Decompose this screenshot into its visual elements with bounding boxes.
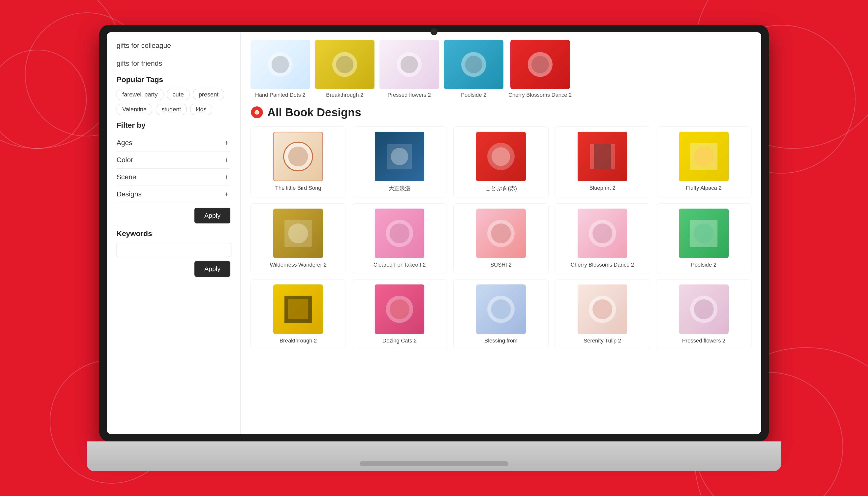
top-preview-pressed-flowers[interactable]: Pressed flowers 2	[379, 40, 439, 98]
top-preview-label-cherry: Cherry Blossoms Dance 2	[508, 92, 572, 98]
design-thumbnail-breakthrough	[273, 284, 323, 334]
keywords-title: Keywords	[117, 229, 230, 238]
tags-grid: farewell party cute present Valentine st…	[117, 89, 230, 115]
design-card-poolside[interactable]: Poolside 2	[656, 203, 751, 273]
design-name-dozing-cats: Dozing Cats 2	[383, 338, 417, 344]
section-header-title: All Book Designs	[267, 106, 361, 119]
design-name-kotobuki: ことぶき(赤)	[485, 185, 517, 192]
filter-ages-icon: +	[222, 139, 230, 147]
design-name-pressed-flowers: Pressed flowers 2	[682, 338, 725, 344]
main-content: Hand Painted Dots 2 Breakthrough 2 Press…	[241, 32, 761, 434]
design-thumbnail-serenity-tulip	[578, 284, 627, 334]
design-card-cherry-blossoms[interactable]: Cherry Blossoms Dance 2	[555, 203, 650, 273]
filter-apply-button[interactable]: Apply	[195, 208, 230, 223]
filter-designs-label: Designs	[117, 190, 142, 198]
design-grid-row1: The little Bird Song 大正浪漫	[250, 126, 751, 197]
design-thumbnail-dozing-cats	[375, 284, 424, 334]
top-preview-card-breakthrough	[315, 40, 374, 89]
filter-color-icon: +	[222, 156, 230, 164]
filter-title: Filter by	[117, 121, 230, 129]
design-name-cleared: Cleared For Takeoff 2	[373, 262, 426, 268]
filter-scene[interactable]: Scene +	[117, 169, 230, 186]
filter-ages-label: Ages	[117, 139, 133, 147]
laptop-screen: gifts for colleague gifts for friends Po…	[107, 32, 761, 434]
laptop-camera	[431, 28, 437, 35]
design-name-taisho: 大正浪漫	[389, 185, 410, 192]
top-preview-cherry[interactable]: Cherry Blossoms Dance 2	[508, 40, 572, 98]
top-preview-hand-painted[interactable]: Hand Painted Dots 2	[250, 40, 310, 98]
popular-tags-title: Popular Tags	[117, 75, 230, 84]
top-preview-label-hand-painted: Hand Painted Dots 2	[255, 92, 305, 98]
design-name-blueprint-2: Blueprint 2	[589, 185, 615, 191]
design-thumbnail-kotobuki	[476, 132, 526, 181]
top-preview-card-pressed-flowers	[379, 40, 439, 89]
top-preview-label-pressed-flowers: Pressed flowers 2	[388, 92, 431, 98]
design-thumbnail-blueprint-2	[578, 132, 627, 181]
design-card-cleared[interactable]: Cleared For Takeoff 2	[352, 203, 447, 273]
design-thumbnail-blessing	[476, 284, 526, 334]
top-preview-card-hand-painted	[250, 40, 310, 89]
top-preview-label-poolside: Poolside 2	[461, 92, 486, 98]
tag-valentine[interactable]: Valentine	[117, 104, 152, 115]
top-preview-card-poolside	[444, 40, 503, 89]
popular-tags-section: Popular Tags farewell party cute present…	[117, 75, 230, 115]
sidebar-nav-gifts-friends[interactable]: gifts for friends	[117, 58, 230, 69]
tag-kids[interactable]: kids	[190, 104, 212, 115]
design-name-sushi: SUSHI 2	[490, 262, 512, 268]
top-previews-row: Hand Painted Dots 2 Breakthrough 2 Press…	[250, 40, 751, 98]
top-preview-label-breakthrough: Breakthrough 2	[326, 92, 363, 98]
laptop-base	[87, 441, 781, 471]
filter-color[interactable]: Color +	[117, 152, 230, 169]
design-thumbnail-cleared	[375, 208, 424, 258]
design-name-fluffy-alpaca-2: Fluffy Alpaca 2	[686, 185, 722, 191]
top-preview-poolside[interactable]: Poolside 2	[444, 40, 503, 98]
design-grid-row3: Breakthrough 2 Dozing Cats 2	[250, 279, 751, 349]
all-designs-header: All Book Designs	[250, 106, 751, 119]
top-preview-card-cherry	[510, 40, 570, 89]
design-thumbnail-poolside	[679, 208, 729, 258]
design-card-sushi[interactable]: SUSHI 2	[453, 203, 549, 273]
sidebar-nav-gifts-colleague[interactable]: gifts for colleague	[117, 40, 230, 51]
filter-ages[interactable]: Ages +	[117, 135, 230, 152]
design-card-serenity-tulip[interactable]: Serenity Tulip 2	[555, 279, 650, 349]
sidebar: gifts for colleague gifts for friends Po…	[107, 32, 241, 434]
filter-section: Filter by Ages + Color + Scene +	[117, 121, 230, 223]
tag-cute[interactable]: cute	[167, 89, 189, 100]
keywords-input[interactable]	[117, 243, 230, 257]
design-card-kotobuki[interactable]: ことぶき(赤)	[453, 126, 549, 197]
design-card-wilderness[interactable]: Wilderness Wanderer 2	[250, 203, 346, 273]
design-grid-row2: Wilderness Wanderer 2 Cleared For Takeof…	[250, 203, 751, 273]
design-thumbnail-fluffy-alpaca-2	[679, 132, 729, 181]
design-card-fluffy-alpaca-2[interactable]: Fluffy Alpaca 2	[656, 126, 751, 197]
design-thumbnail-wilderness	[273, 208, 323, 258]
filter-designs-icon: +	[222, 190, 230, 198]
filter-scene-icon: +	[222, 173, 230, 181]
tag-present[interactable]: present	[193, 89, 224, 100]
design-card-blessing[interactable]: Blessing from	[453, 279, 549, 349]
design-card-taisho[interactable]: 大正浪漫	[352, 126, 447, 197]
filter-designs[interactable]: Designs +	[117, 186, 230, 203]
laptop-container: gifts for colleague gifts for friends Po…	[87, 25, 781, 471]
design-name-wilderness: Wilderness Wanderer 2	[270, 262, 327, 268]
designs-section-icon	[250, 106, 263, 119]
design-name-little-bird-song: The little Bird Song	[275, 185, 321, 191]
filter-color-label: Color	[117, 156, 133, 164]
design-thumbnail-sushi	[476, 208, 526, 258]
keywords-section: Keywords Apply	[117, 229, 230, 277]
design-thumbnail-little-bird-song	[273, 132, 323, 181]
design-name-breakthrough: Breakthrough 2	[279, 338, 317, 344]
design-card-dozing-cats[interactable]: Dozing Cats 2	[352, 279, 447, 349]
tag-student[interactable]: student	[156, 104, 187, 115]
design-card-little-bird-song[interactable]: The little Bird Song	[250, 126, 346, 197]
top-preview-breakthrough[interactable]: Breakthrough 2	[315, 40, 374, 98]
design-card-pressed-flowers[interactable]: Pressed flowers 2	[656, 279, 751, 349]
design-card-breakthrough[interactable]: Breakthrough 2	[250, 279, 346, 349]
design-thumbnail-pressed-flowers	[679, 284, 729, 334]
laptop-bezel: gifts for colleague gifts for friends Po…	[99, 25, 769, 441]
design-name-serenity-tulip: Serenity Tulip 2	[584, 338, 621, 344]
design-card-blueprint-2[interactable]: Blueprint 2	[555, 126, 650, 197]
keywords-apply-button[interactable]: Apply	[195, 261, 230, 277]
tag-farewell-party[interactable]: farewell party	[117, 89, 164, 100]
design-name-poolside: Poolside 2	[691, 262, 716, 268]
design-thumbnail-taisho	[375, 132, 424, 181]
